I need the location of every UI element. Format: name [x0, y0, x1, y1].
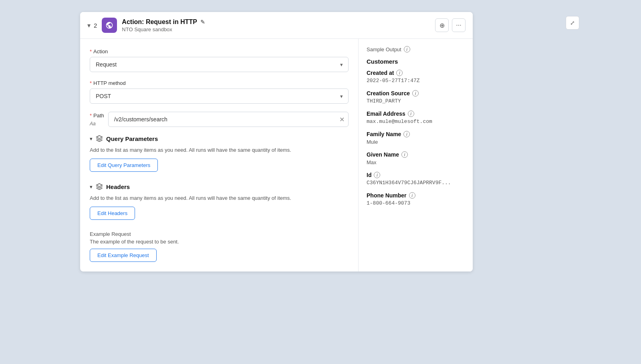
output-field-family-name: Family Name i Mule	[367, 131, 465, 145]
expand-corner-icon: ⤢	[570, 20, 575, 26]
form-section: * Action Request ▾ * HTTP method	[80, 39, 359, 271]
given-name-value: Max	[367, 159, 465, 165]
sample-output-info-icon[interactable]: i	[404, 46, 410, 52]
globe-icon	[105, 21, 113, 29]
example-request-section: Example Request The example of the reque…	[90, 231, 349, 262]
http-method-label: HTTP method	[93, 80, 126, 86]
query-params-chevron-icon: ▾	[90, 136, 93, 142]
card-header: ▾ 2 Action: Request in HTTP ✎ NTO Square…	[80, 12, 473, 39]
headers-section: ▾ Headers Add to the list as many items …	[90, 183, 349, 220]
creation-source-info-icon[interactable]: i	[412, 90, 419, 97]
query-params-collapse-row[interactable]: ▾ Query Parameters	[90, 135, 349, 142]
expand-corner-button[interactable]: ⤢	[566, 16, 579, 30]
card-body: * Action Request ▾ * HTTP method	[80, 39, 473, 271]
family-name-label: Family Name	[367, 131, 401, 137]
example-request-desc: The example of the request to be sent.	[90, 239, 349, 245]
edit-pencil-icon[interactable]: ✎	[200, 19, 205, 25]
path-input[interactable]	[108, 112, 349, 127]
query-params-title: Query Parameters	[106, 135, 158, 142]
headers-chevron-icon: ▾	[90, 184, 93, 190]
family-name-value: Mule	[367, 139, 465, 145]
headers-collapse-row[interactable]: ▾ Headers	[90, 183, 349, 190]
http-method-select-wrapper: POST GET PUT DELETE ▾	[90, 88, 349, 104]
path-row: * Path Aa ✕	[90, 112, 349, 127]
action-field-group: * Action Request ▾	[90, 48, 349, 72]
output-section-customers: Customers	[367, 58, 465, 65]
email-value: max.mule@mulesoft.com	[367, 119, 465, 125]
more-options-button[interactable]: ···	[452, 18, 466, 32]
path-input-wrapper: ✕	[108, 112, 349, 127]
output-field-email: Email Address i max.mule@mulesoft.com	[367, 111, 465, 125]
query-params-section: ▾ Query Parameters Add to the list as ma…	[90, 135, 349, 172]
header-actions: ⊕ ···	[435, 18, 466, 32]
http-required-star: *	[90, 80, 92, 86]
email-label: Email Address	[367, 111, 405, 117]
query-params-layers-icon	[96, 135, 103, 142]
path-type-indicator: Aa	[90, 121, 96, 127]
creation-source-value: THIRD_PARTY	[367, 98, 465, 104]
example-request-label: Example Request	[90, 231, 349, 237]
given-name-label: Given Name	[367, 151, 399, 158]
path-clear-button[interactable]: ✕	[339, 116, 345, 123]
headers-layers-icon	[96, 183, 103, 190]
step-title-text: Action: Request in HTTP	[122, 18, 197, 26]
id-info-icon[interactable]: i	[374, 172, 380, 178]
creation-source-label: Creation Source	[367, 90, 410, 97]
output-field-given-name: Given Name i Max	[367, 151, 465, 165]
family-name-info-icon[interactable]: i	[403, 131, 410, 137]
id-label: Id	[367, 172, 371, 178]
headers-title: Headers	[106, 183, 130, 190]
sample-output-panel: Sample Output i Customers Created at i 2…	[359, 39, 473, 271]
output-field-id: Id i C36YN1H364V79CJ6JAPRRV9F...	[367, 172, 465, 186]
http-method-select[interactable]: POST GET PUT DELETE	[90, 88, 349, 104]
action-label: Action	[93, 48, 108, 54]
step-icon-badge	[102, 18, 117, 33]
headers-desc: Add to the list as many items as you nee…	[90, 195, 349, 201]
created-at-value: 2022-05-27T17:47Z	[367, 78, 465, 84]
created-at-info-icon[interactable]: i	[396, 70, 403, 76]
output-field-phone: Phone Number i 1-800-664-9073	[367, 192, 465, 206]
move-button[interactable]: ⊕	[435, 18, 449, 32]
action-select-wrapper: Request ▾	[90, 57, 349, 72]
move-icon: ⊕	[439, 22, 445, 29]
sample-output-header: Sample Output i	[367, 46, 465, 52]
phone-label: Phone Number	[367, 192, 407, 199]
step-number: 2	[94, 22, 97, 29]
path-label: Path	[93, 113, 104, 119]
step-subtitle: NTO Square sandbox	[122, 26, 435, 32]
sample-output-label: Sample Output	[367, 46, 401, 52]
edit-example-request-button[interactable]: Edit Example Request	[90, 249, 157, 262]
output-field-created-at: Created at i 2022-05-27T17:47Z	[367, 70, 465, 84]
action-select[interactable]: Request	[90, 57, 349, 72]
output-field-creation-source: Creation Source i THIRD_PARTY	[367, 90, 465, 104]
id-value: C36YN1H364V79CJ6JAPRRV9F...	[367, 180, 465, 186]
phone-info-icon[interactable]: i	[409, 192, 415, 199]
email-info-icon[interactable]: i	[408, 111, 414, 117]
more-icon: ···	[456, 22, 461, 29]
query-params-desc: Add to the list as many items as you nee…	[90, 147, 349, 153]
phone-value: 1-800-664-9073	[367, 200, 465, 206]
created-at-label: Created at	[367, 70, 394, 76]
given-name-info-icon[interactable]: i	[401, 151, 408, 158]
http-method-field-group: * HTTP method POST GET PUT DELETE ▾	[90, 80, 349, 104]
edit-headers-button[interactable]: Edit Headers	[90, 207, 135, 220]
step-title-group: Action: Request in HTTP ✎ NTO Square san…	[122, 18, 435, 32]
action-required-star: *	[90, 48, 92, 54]
edit-query-params-button[interactable]: Edit Query Parameters	[90, 159, 158, 172]
path-required-star: *	[90, 113, 92, 119]
collapse-chevron-icon[interactable]: ▾	[87, 22, 91, 29]
